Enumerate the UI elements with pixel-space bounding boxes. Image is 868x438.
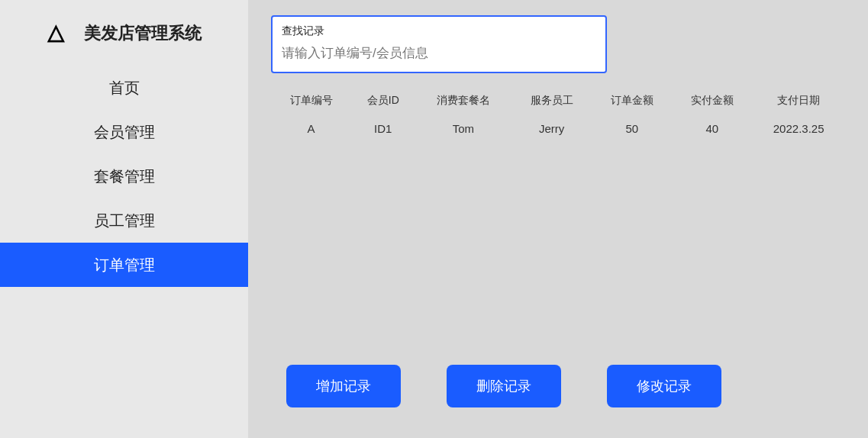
sidebar-item-member[interactable]: 会员管理 [0, 110, 248, 154]
col-order-no: 订单编号 [271, 87, 351, 114]
table-header-row: 订单编号 会员ID 消费套餐名 服务员工 订单金额 实付金额 支付日期 [271, 87, 845, 114]
cell-pay-date: 2022.3.25 [752, 114, 845, 143]
sidebar-item-home[interactable]: 首页 [0, 66, 248, 110]
table-container: 订单编号 会员ID 消费套餐名 服务员工 订单金额 实付金额 支付日期 A ID… [271, 87, 845, 342]
col-staff: 服务员工 [511, 87, 592, 114]
cell-paid-amount: 40 [672, 114, 752, 143]
sidebar: △ 美发店管理系统 首页 会员管理 套餐管理 员工管理 订单管理 [0, 0, 248, 438]
sidebar-logo: △ 美发店管理系统 [0, 8, 248, 66]
col-pay-date: 支付日期 [752, 87, 845, 114]
cell-order-no: A [271, 114, 351, 143]
search-section: 查找记录 [271, 15, 607, 73]
cell-order-amount: 50 [592, 114, 672, 143]
col-order-amount: 订单金额 [592, 87, 672, 114]
sidebar-item-order[interactable]: 订单管理 [0, 243, 248, 287]
sidebar-item-staff[interactable]: 员工管理 [0, 198, 248, 243]
add-record-button[interactable]: 增加记录 [286, 365, 401, 407]
sidebar-title: 美发店管理系统 [84, 22, 202, 45]
cell-package-name: Tom [415, 114, 511, 143]
col-paid-amount: 实付金额 [672, 87, 752, 114]
search-label: 查找记录 [282, 24, 596, 38]
sidebar-nav: 首页 会员管理 套餐管理 员工管理 订单管理 [0, 66, 248, 287]
col-member-id: 会员ID [351, 87, 415, 114]
cell-staff: Jerry [511, 114, 592, 143]
logo-icon: △ [47, 20, 75, 47]
table-row: A ID1 Tom Jerry 50 40 2022.3.25 [271, 114, 845, 143]
sidebar-item-package[interactable]: 套餐管理 [0, 154, 248, 198]
order-table: 订单编号 会员ID 消费套餐名 服务员工 订单金额 实付金额 支付日期 A ID… [271, 87, 845, 143]
main-content: 查找记录 订单编号 会员ID 消费套餐名 服务员工 订单金额 实付金额 支付日期… [248, 0, 868, 438]
search-input[interactable] [282, 43, 596, 64]
delete-record-button[interactable]: 删除记录 [447, 365, 561, 407]
col-package-name: 消费套餐名 [415, 87, 511, 114]
edit-record-button[interactable]: 修改记录 [607, 365, 721, 407]
bottom-buttons: 增加记录 删除记录 修改记录 [286, 342, 845, 423]
cell-member-id: ID1 [351, 114, 415, 143]
